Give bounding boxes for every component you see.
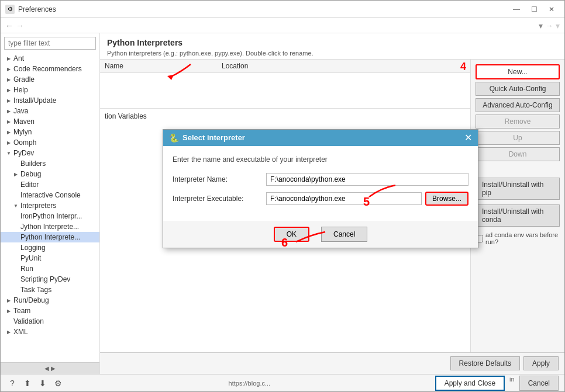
apply-and-close-button[interactable]: Apply and Close [435,376,505,391]
sidebar-item-label: Mylyn [13,128,32,136]
sidebar-item-label: Logging [20,244,46,252]
sidebar-item-java[interactable]: Java [1,106,99,116]
dialog-subtitle: Enter the name and executable of your in… [173,155,468,164]
sidebar-item-code-recommenders[interactable]: Code Recommenders [1,64,99,74]
interpreter-executable-label: Interpreter Executable: [173,195,266,203]
sidebar-item-label: Code Recommenders [13,65,82,73]
browse-button[interactable]: Browse... [425,192,468,206]
sidebar-item-maven[interactable]: Maven [1,116,99,127]
nav-next-button[interactable]: → [545,21,553,30]
footer-separator: in [507,376,517,391]
dialog-title-area: 🐍 Select interpreter [169,133,245,143]
expand-icon [5,297,12,304]
bottom-bar: Restore Defaults Apply [100,352,564,374]
sidebar-item-pyunit[interactable]: ▶ PyUnit [1,253,99,263]
dialog-titlebar: 🐍 Select interpreter ✕ [163,130,478,146]
expand-icon [5,107,12,115]
sidebar-item-logging[interactable]: ▶ Logging [1,242,99,253]
sidebar-item-xml[interactable]: XML [1,327,99,337]
titlebar-title: Preferences [18,5,56,13]
dialog-close-button[interactable]: ✕ [464,133,472,143]
minimize-button[interactable]: — [508,3,525,16]
sidebar-item-oomph[interactable]: Oomph [1,137,99,148]
close-button[interactable]: ✕ [543,3,560,16]
ok-button[interactable]: OK [274,227,309,242]
sidebar-item-install-update[interactable]: Install/Update [1,95,99,106]
sidebar-item-label: Task Tags [20,286,51,294]
dialog-overlay: 🐍 Select interpreter ✕ Enter the name an… [100,60,564,352]
sidebar-item-ironpython[interactable]: IronPython Interpr... [1,211,99,221]
settings-icon[interactable]: ⚙ [52,377,64,389]
preferences-window: ⚙ Preferences — ☐ ✕ ← → ▾ → ▾ Ant [0,0,565,392]
main-body: Name Location tion Vari [100,60,564,352]
expand-icon [5,328,12,335]
interpreter-name-row: Interpreter Name: [173,173,468,186]
select-interpreter-dialog: 🐍 Select interpreter ✕ Enter the name an… [163,129,478,248]
filter-input[interactable] [4,37,96,50]
apply-button[interactable]: Apply [523,356,559,370]
cancel-button[interactable]: Cancel [321,227,367,242]
sidebar-item-validation[interactable]: ▶ Validation [1,316,99,327]
dialog-body: Enter the name and executable of your in… [163,146,478,221]
sidebar-item-debug[interactable]: Debug [1,169,99,179]
sidebar-item-ant[interactable]: Ant [1,53,99,64]
sidebar-scrollbar[interactable]: ◀ ▶ [1,362,99,374]
sidebar-item-label: Interpreters [20,202,56,210]
sidebar-item-team[interactable]: Team [1,306,99,316]
dialog-footer: OK Cancel [163,221,478,248]
sidebar-item-label: Ant [13,54,24,63]
nav-down-button[interactable]: ▾ [556,21,560,30]
sidebar-item-label: Gradle [13,75,35,84]
sidebar-item-task-tags[interactable]: ▶ Task Tags [1,285,99,295]
help-icon[interactable]: ? [6,377,18,389]
sidebar-item-run[interactable]: ▶ Run [1,263,99,274]
interpreter-executable-input[interactable] [266,192,422,205]
sidebar-item-scripting-pydev[interactable]: ▶ Scripting PyDev [1,274,99,285]
sidebar-item-label: Help [13,86,28,94]
sidebar-item-help[interactable]: Help [1,85,99,95]
sidebar-item-label: IronPython Interpr... [20,212,82,220]
expand-icon [5,76,12,83]
sidebar-item-label: PyUnit [20,254,41,262]
sidebar-item-interpreters[interactable]: ▼ Interpreters 2 [1,200,99,211]
expand-icon [5,86,12,93]
sidebar-tree: Ant Code Recommenders Gradle Help Instal… [1,53,99,362]
restore-defaults-button[interactable]: Restore Defaults [450,356,520,370]
footer-cancel-button[interactable]: Cancel [519,376,559,391]
sidebar-item-jython[interactable]: Jython Interprete... [1,221,99,232]
back-button[interactable]: ← [5,21,13,30]
sidebar-item-label: Run [20,265,33,273]
main-panel: Python Interpreters Python interpreters … [100,33,564,374]
expand-icon: ▼ [5,150,12,157]
import-icon[interactable]: ⬇ [37,377,49,389]
sidebar-item-run-debug[interactable]: Run/Debug [1,295,99,306]
sidebar-item-label: Maven [13,117,35,126]
sidebar-item-label: Validation [13,317,44,325]
sidebar-item-label: Editor [20,181,39,189]
titlebar-controls: — ☐ ✕ [508,3,560,16]
sidebar-item-mylyn[interactable]: Mylyn [1,127,99,137]
sidebar-item-label: PyDev [13,149,34,157]
sidebar-item-label: Install/Update [13,96,56,105]
expand-icon [5,139,12,146]
scroll-indicator: ◀ ▶ [44,365,56,372]
footer-right: Apply and Close in Cancel [435,376,559,391]
forward-button[interactable]: → [16,21,24,30]
page-title: Python Interpreters [107,38,557,47]
footer-url: https://blog.c... [229,380,271,387]
executable-input-row: Browse... [266,192,468,206]
sidebar-item-gradle[interactable]: Gradle [1,74,99,85]
maximize-button[interactable]: ☐ [526,3,542,16]
main-header: Python Interpreters Python interpreters … [100,33,564,60]
sidebar-item-python-interpreters[interactable]: Python Interprete... 3 [1,232,99,242]
export-icon[interactable]: ⬆ [22,377,33,389]
interpreter-name-input[interactable] [266,173,468,186]
nav-dropdown-button[interactable]: ▾ [539,21,543,30]
expand-icon [5,307,12,314]
titlebar-left: ⚙ Preferences [5,5,56,14]
sidebar-item-interactive-console[interactable]: ▶ Interactive Console [1,190,99,200]
sidebar-item-editor[interactable]: ▶ Editor [1,179,99,190]
sidebar-item-pydev[interactable]: ▼ PyDev [1,148,99,158]
expand-icon [5,129,12,136]
sidebar-item-builders[interactable]: ▶ Builders [1,158,99,169]
